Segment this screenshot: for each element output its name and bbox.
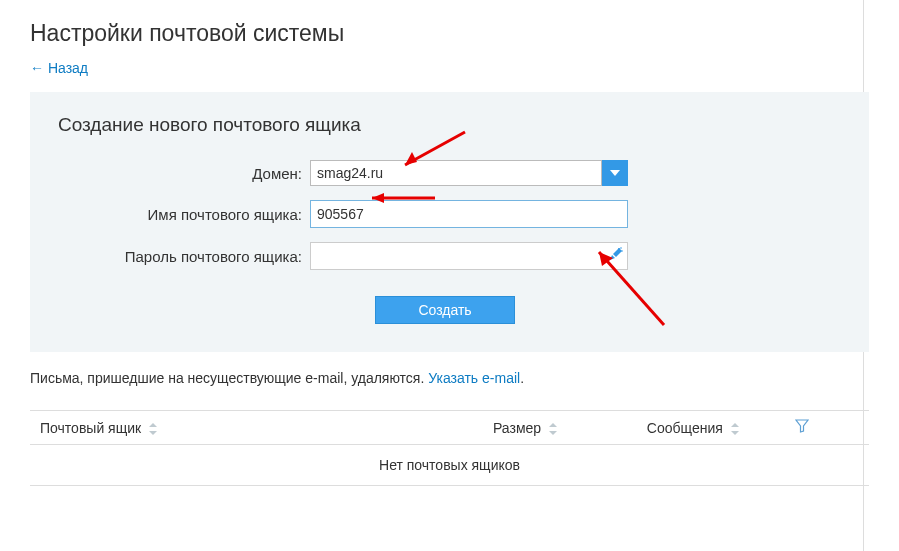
info-text-content: Письма, пришедшие на несуществующие e-ma… (30, 370, 428, 386)
filter-icon[interactable] (795, 420, 809, 436)
domain-label: Домен: (58, 165, 310, 182)
svg-point-1 (621, 250, 623, 252)
mailbox-name-input[interactable] (310, 200, 628, 228)
svg-point-2 (620, 247, 622, 249)
col-mailbox-label: Почтовый ящик (40, 420, 141, 436)
mailbox-table: Почтовый ящик Размер Сообщения (30, 410, 869, 486)
info-dot: . (520, 370, 524, 386)
panel-title: Создание нового почтового ящика (58, 114, 841, 136)
col-mailbox[interactable]: Почтовый ящик (30, 411, 450, 445)
col-messages[interactable]: Сообщения (601, 411, 786, 445)
col-size-label: Размер (493, 420, 541, 436)
back-link[interactable]: ← Назад (30, 60, 88, 76)
create-button[interactable]: Создать (375, 296, 515, 324)
sort-icon[interactable] (731, 423, 739, 435)
sort-icon[interactable] (549, 423, 557, 435)
table-empty-row: Нет почтовых ящиков (30, 445, 869, 486)
svg-point-0 (618, 248, 620, 250)
mailbox-name-label: Имя почтового ящика: (58, 206, 310, 223)
create-mailbox-panel: Создание нового почтового ящика Домен: И… (30, 92, 869, 352)
password-label: Пароль почтового ящика: (58, 248, 310, 265)
password-input[interactable] (310, 242, 628, 270)
col-messages-label: Сообщения (647, 420, 723, 436)
generate-password-icon[interactable] (608, 246, 624, 265)
sort-icon[interactable] (149, 423, 157, 435)
page-title: Настройки почтовой системы (30, 20, 869, 47)
domain-select[interactable] (310, 160, 602, 186)
info-text: Письма, пришедшие на несуществующие e-ma… (30, 370, 869, 386)
domain-dropdown-button[interactable] (602, 160, 628, 186)
chevron-down-icon (610, 170, 620, 176)
col-size[interactable]: Размер (450, 411, 601, 445)
specify-email-link[interactable]: Указать e-mail (428, 370, 520, 386)
